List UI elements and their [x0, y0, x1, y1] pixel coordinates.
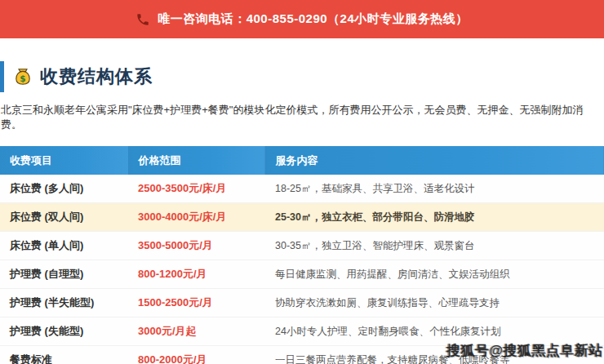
- fee-service-cell: 协助穿衣洗漱如厕、康复训练指导、心理疏导支持: [265, 289, 604, 317]
- fee-price-cell: 1500-2500元/月: [128, 289, 265, 317]
- fee-service-cell: 18-25㎡，基础家具、共享卫浴、适老化设计: [265, 175, 604, 203]
- fee-price-cell: 2500-3500元/床/月: [128, 175, 265, 203]
- fee-item-cell: 床位费 (多人间): [0, 175, 128, 203]
- fee-table-header-row: 收费项目 价格范围 服务内容: [0, 146, 604, 175]
- fee-price-cell: 3000元/月起: [128, 317, 265, 346]
- fee-row-care-semi: 护理费 (半失能型) 1500-2500元/月 协助穿衣洗漱如厕、康复训练指导、…: [0, 289, 604, 317]
- fee-item-cell: 床位费 (单人间): [0, 232, 128, 260]
- fee-price-cell: 800-1200元/月: [128, 260, 265, 289]
- fee-item-cell: 床位费 (双人间): [0, 203, 128, 232]
- fee-item-cell: 护理费 (自理型): [0, 260, 128, 289]
- fee-row-bed-multi: 床位费 (多人间) 2500-3500元/床/月 18-25㎡，基础家具、共享卫…: [0, 175, 604, 203]
- fee-price-cell: 800-2000元/月: [128, 346, 265, 364]
- fee-price-cell: 3500-5000元/月: [128, 232, 265, 260]
- section-description: 北京三和永顺老年公寓采用"床位费+护理费+餐费"的模块化定价模式，所有费用公开公…: [0, 103, 604, 132]
- header-price-range: 价格范围: [128, 146, 265, 175]
- header-fee-item: 收费项目: [0, 146, 128, 175]
- fee-item-cell: 餐费标准: [0, 346, 128, 364]
- fee-row-bed-single: 床位费 (单人间) 3500-5000元/月 30-35㎡，独立卫浴、智能护理床…: [0, 232, 604, 260]
- money-bag-icon: $: [13, 67, 33, 87]
- header-service-content: 服务内容: [265, 146, 604, 175]
- fee-row-bed-double: 床位费 (双人间) 3000-4000元/床/月 25-30㎡，独立衣柜、部分带…: [0, 203, 604, 232]
- phone-banner-text: 唯一咨询电话：400-855-0290（24小时专业服务热线）: [158, 11, 469, 27]
- watermark: 搜狐号@搜狐黑点阜新站: [446, 341, 603, 360]
- fee-service-cell: 每日健康监测、用药提醒、房间清洁、文娱活动组织: [265, 260, 604, 289]
- fee-price-cell: 3000-4000元/床/月: [128, 203, 265, 232]
- fee-table: 收费项目 价格范围 服务内容 床位费 (多人间) 2500-3500元/床/月 …: [0, 146, 604, 364]
- page-title: 收费结构体系: [40, 64, 153, 89]
- fee-service-cell: 30-35㎡，独立卫浴、智能护理床、观景窗台: [265, 232, 604, 260]
- fee-item-cell: 护理费 (半失能型): [0, 289, 128, 317]
- svg-text:$: $: [20, 73, 25, 83]
- phone-icon: [135, 12, 150, 27]
- fee-row-care-self: 护理费 (自理型) 800-1200元/月 每日健康监测、用药提醒、房间清洁、文…: [0, 260, 604, 289]
- phone-banner: 唯一咨询电话：400-855-0290（24小时专业服务热线）: [0, 0, 604, 38]
- section-title-block: $ 收费结构体系: [0, 61, 604, 92]
- fee-service-cell: 25-30㎡，独立衣柜、部分带阳台、防滑地胶: [265, 203, 604, 232]
- fee-item-cell: 护理费 (失能型): [0, 317, 128, 346]
